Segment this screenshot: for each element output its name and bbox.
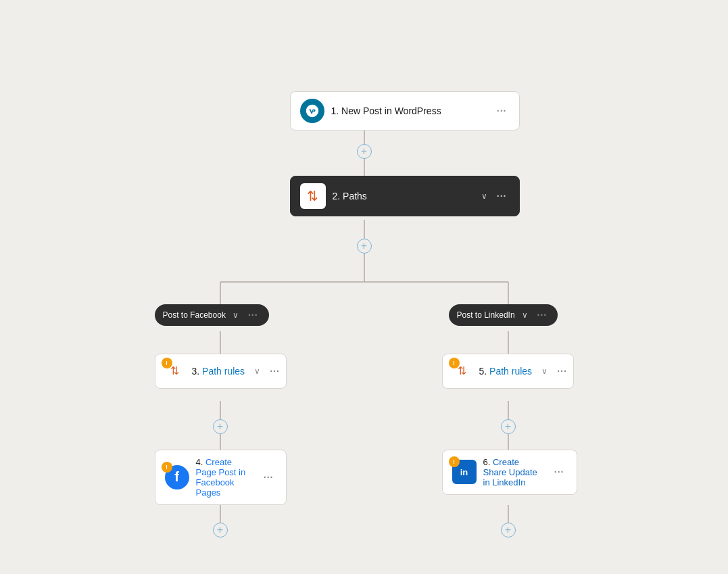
path-rules-3-node: ! ⇅ 3. Path rules ∨ ··· (155, 354, 287, 389)
paths-icon-wrapper: ⇅ (300, 183, 326, 209)
create-facebook-icon-wrapper: ! f (165, 465, 189, 489)
create-linkedin-node: ! in 6. Create Share Update in LinkedIn … (442, 450, 577, 495)
path-rules-3-icon-wrapper: ! ⇅ (165, 361, 185, 381)
paths-chevron-button[interactable]: ∨ (479, 190, 490, 202)
paths-title: 2. Paths (333, 191, 472, 201)
path-rules-5-link[interactable]: Path rules (489, 366, 532, 377)
create-linkedin-icon-wrapper: ! in (452, 460, 477, 484)
path-rules-3-title: 3. Path rules (192, 366, 245, 377)
path-rules-5-node: ! ⇅ 5. Path rules ∨ ··· (442, 354, 574, 389)
paths-arrows-icon: ⇅ (307, 188, 318, 204)
plus-button-1[interactable]: + (357, 144, 372, 159)
create-facebook-title: 4. Create Page Post in Facebook Pages (196, 457, 254, 498)
create-facebook-warning: ! (162, 462, 172, 473)
create-facebook-link[interactable]: Create Page Post in Facebook Pages (196, 457, 246, 498)
create-linkedin-warning: ! (449, 456, 460, 467)
path-rules-5-warning: ! (449, 358, 460, 368)
wordpress-icon (300, 99, 324, 123)
create-linkedin-menu[interactable]: ··· (552, 465, 567, 479)
create-facebook-menu[interactable]: ··· (261, 471, 276, 484)
create-facebook-node: ! f 4. Create Page Post in Facebook Page… (155, 450, 287, 505)
plus-button-6[interactable]: + (501, 523, 516, 537)
create-linkedin-actions: ··· (552, 465, 567, 479)
path-rules-5-menu[interactable]: ··· (554, 364, 570, 378)
create-facebook-actions: ··· (261, 471, 276, 484)
path-rules-5-icon-wrapper: ! ⇅ (452, 361, 472, 381)
wordpress-node: 1. New Post in WordPress ··· (290, 91, 520, 130)
path-linkedin-pill[interactable]: Post to LinkedIn ∨ ··· (449, 304, 558, 326)
path-linkedin-chevron[interactable]: ∨ (519, 309, 531, 321)
path-rules-3-link[interactable]: Path rules (202, 366, 245, 377)
path-facebook-chevron[interactable]: ∨ (230, 309, 241, 321)
plus-button-5[interactable]: + (213, 523, 228, 537)
path-rules-3-warning: ! (162, 358, 172, 368)
wordpress-actions: ··· (494, 104, 510, 118)
plus-button-3[interactable]: + (213, 419, 228, 434)
path-linkedin-menu[interactable]: ··· (535, 308, 550, 322)
path-rules-5-title: 5. Path rules (479, 366, 533, 377)
path-linkedin-label: Post to LinkedIn (457, 310, 515, 320)
path-rules-5-actions: ∨ ··· (539, 364, 570, 378)
wordpress-menu-button[interactable]: ··· (494, 104, 510, 118)
path-facebook-pill[interactable]: Post to Facebook ∨ ··· (155, 304, 269, 326)
paths-menu-button[interactable]: ··· (494, 189, 510, 203)
path-facebook-label: Post to Facebook (163, 310, 226, 320)
create-linkedin-title: 6. Create Share Update in LinkedIn (483, 457, 545, 487)
path-rules-3-chevron[interactable]: ∨ (251, 365, 263, 377)
paths-actions: ∨ ··· (479, 189, 510, 203)
plus-button-2[interactable]: + (357, 239, 372, 254)
wordpress-icon-wrapper (300, 99, 324, 123)
path-rules-3-menu[interactable]: ··· (267, 364, 283, 378)
path-facebook-menu[interactable]: ··· (245, 308, 261, 322)
paths-node: ⇅ 2. Paths ∨ ··· (290, 176, 520, 216)
path-rules-3-actions: ∨ ··· (251, 364, 283, 378)
plus-button-4[interactable]: + (501, 419, 516, 434)
path-rules-5-chevron[interactable]: ∨ (539, 365, 550, 377)
workflow-canvas: 1. New Post in WordPress ··· + ⇅ 2. Path… (60, 17, 669, 558)
create-linkedin-link[interactable]: Create Share Update in LinkedIn (483, 457, 537, 487)
wordpress-title: 1. New Post in WordPress (331, 105, 487, 116)
